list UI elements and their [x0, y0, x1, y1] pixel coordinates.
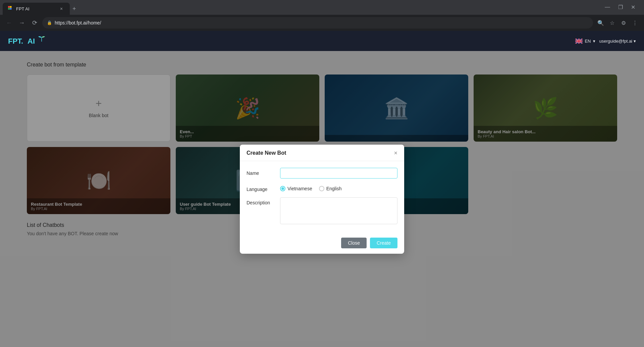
window-maximize-button[interactable]: ❐: [615, 3, 626, 12]
svg-text:FPT.: FPT.: [8, 37, 23, 45]
name-label: Name: [247, 168, 280, 176]
app-wrapper: FPT. AI EN: [0, 31, 644, 347]
english-option[interactable]: English: [319, 186, 342, 191]
svg-rect-1: [10, 6, 12, 8]
name-form-control: [280, 168, 397, 179]
svg-rect-0: [8, 6, 10, 8]
address-bar[interactable]: 🔒 https://bot.fpt.ai/home/: [42, 17, 593, 29]
lang-dropdown-icon: ▾: [593, 39, 595, 44]
extensions-button[interactable]: ⚙: [619, 18, 629, 28]
user-dropdown-icon: ▾: [634, 39, 636, 44]
create-button[interactable]: Create: [370, 238, 397, 248]
english-radio-dot[interactable]: [319, 186, 324, 191]
modal-close-button[interactable]: ×: [394, 150, 397, 156]
active-tab[interactable]: FPT AI ×: [3, 3, 70, 15]
svg-text:AI: AI: [28, 37, 35, 45]
url-text: https://bot.fpt.ai/home/: [55, 20, 101, 26]
language-radio-group: Vietnamese English: [280, 184, 397, 191]
menu-button[interactable]: ⋮: [630, 18, 640, 28]
tab-title: FPT AI: [16, 6, 30, 11]
back-button[interactable]: ←: [4, 18, 14, 28]
new-tab-button[interactable]: +: [70, 4, 79, 14]
user-email: userguide@fpt.ai: [599, 39, 632, 44]
lock-icon: 🔒: [47, 20, 52, 25]
forward-button[interactable]: →: [17, 18, 27, 28]
lang-label: EN: [585, 39, 591, 44]
description-form-control: [280, 197, 397, 226]
logo: FPT. AI: [8, 35, 45, 47]
reload-button[interactable]: ⟳: [30, 18, 40, 28]
modal-header: Create New Bot ×: [240, 145, 404, 161]
vietnamese-option[interactable]: Vietnamese: [280, 186, 312, 191]
language-form-control: Vietnamese English: [280, 184, 397, 191]
name-input[interactable]: [280, 168, 397, 179]
modal-overlay[interactable]: Create New Bot × Name Language: [0, 51, 644, 347]
description-input[interactable]: [280, 197, 397, 224]
modal-body: Name Language Vietnamese: [240, 161, 404, 236]
header-right: EN ▾ userguide@fpt.ai ▾: [575, 39, 636, 44]
tab-favicon: [8, 6, 13, 11]
name-form-row: Name: [247, 168, 397, 179]
vietnamese-label: Vietnamese: [287, 186, 312, 191]
language-form-row: Language Vietnamese English: [247, 184, 397, 192]
svg-rect-3: [10, 8, 12, 10]
app-header: FPT. AI EN: [0, 31, 644, 51]
close-button[interactable]: Close: [341, 238, 367, 248]
description-label: Description: [247, 197, 280, 205]
modal-footer: Close Create: [240, 236, 404, 254]
description-form-row: Description: [247, 197, 397, 226]
window-minimize-button[interactable]: —: [601, 3, 613, 12]
svg-rect-2: [8, 8, 10, 10]
language-label: Language: [247, 184, 280, 192]
tab-close-button[interactable]: ×: [58, 6, 64, 12]
window-close-button[interactable]: ✕: [628, 3, 639, 12]
english-label: English: [326, 186, 342, 191]
vietnamese-radio-dot[interactable]: [280, 186, 285, 191]
search-button[interactable]: 🔍: [596, 18, 606, 28]
user-menu[interactable]: userguide@fpt.ai ▾: [599, 39, 636, 44]
modal-title: Create New Bot: [247, 150, 286, 156]
bookmark-button[interactable]: ☆: [607, 18, 617, 28]
create-bot-modal: Create New Bot × Name Language: [240, 145, 404, 254]
language-selector[interactable]: EN ▾: [575, 39, 595, 44]
uk-flag-icon: [575, 39, 583, 44]
page-content: Create bot from template + Blank bot 🎉 E…: [0, 51, 644, 347]
